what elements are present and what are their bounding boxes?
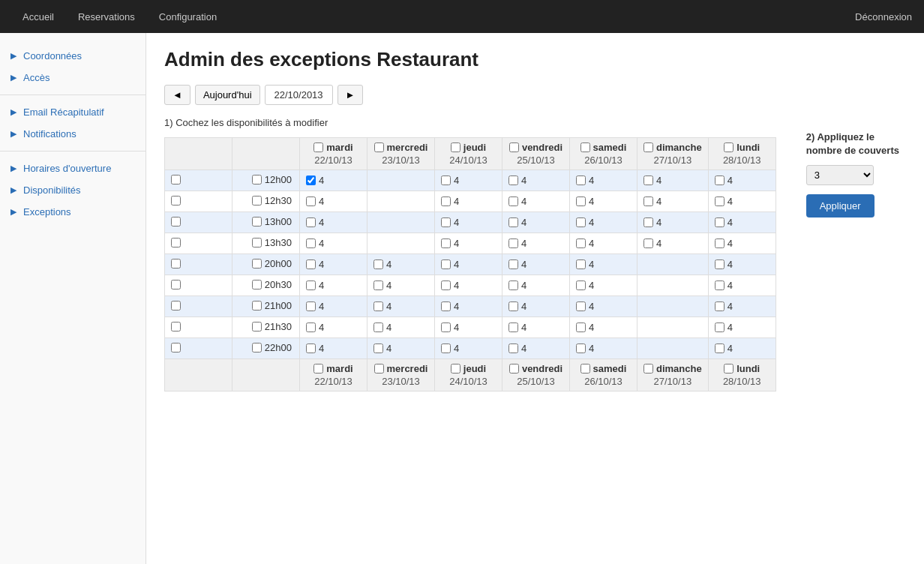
cell-check-1-4[interactable] bbox=[576, 196, 586, 206]
col-check-0[interactable] bbox=[314, 142, 323, 152]
time-check-1[interactable] bbox=[252, 196, 262, 206]
cell-check-8-6[interactable] bbox=[715, 344, 724, 353]
cell-check-6-2[interactable] bbox=[441, 302, 451, 311]
cell-check-8-4[interactable] bbox=[576, 344, 586, 353]
cell-check-1-5[interactable] bbox=[644, 196, 653, 206]
cell-check-1-0[interactable] bbox=[306, 196, 316, 206]
cell-check-1-2[interactable] bbox=[441, 196, 451, 206]
cell-check-3-3[interactable] bbox=[508, 238, 518, 248]
cell-check-5-1[interactable] bbox=[374, 280, 383, 290]
col-check-4[interactable] bbox=[580, 142, 590, 152]
cell-check-1-3[interactable] bbox=[508, 196, 518, 206]
cell-check-4-2[interactable] bbox=[441, 260, 451, 269]
cell-check-4-0[interactable] bbox=[306, 260, 316, 269]
cell-check-0-5[interactable] bbox=[644, 176, 653, 185]
cell-check-7-3[interactable] bbox=[508, 322, 518, 332]
cell-check-0-0[interactable] bbox=[306, 176, 316, 185]
col-check-3[interactable] bbox=[509, 142, 519, 152]
col-check-1[interactable] bbox=[374, 142, 384, 152]
time-check-2[interactable] bbox=[252, 217, 262, 226]
row-check-6[interactable] bbox=[171, 301, 181, 310]
cell-check-8-2[interactable] bbox=[441, 344, 451, 353]
cell-check-2-5[interactable] bbox=[644, 218, 653, 227]
cell-check-2-6[interactable] bbox=[715, 218, 724, 227]
sidebar-item-acces[interactable]: ▶ Accès bbox=[0, 67, 146, 88]
cell-check-4-3[interactable] bbox=[508, 260, 518, 269]
next-button[interactable]: ► bbox=[338, 85, 364, 105]
cell-check-5-2[interactable] bbox=[441, 280, 451, 290]
cell-check-0-2[interactable] bbox=[441, 176, 451, 185]
row-check-2[interactable] bbox=[171, 217, 181, 226]
cell-check-7-6[interactable] bbox=[715, 322, 724, 332]
cell-check-5-4[interactable] bbox=[576, 280, 586, 290]
col-check-3[interactable] bbox=[509, 364, 519, 374]
col-check-1[interactable] bbox=[374, 364, 384, 374]
col-check-2[interactable] bbox=[451, 364, 460, 374]
col-check-5[interactable] bbox=[644, 364, 653, 374]
cell-check-2-0[interactable] bbox=[306, 218, 316, 227]
time-check-6[interactable] bbox=[252, 301, 262, 310]
cell-check-0-6[interactable] bbox=[715, 176, 724, 185]
sidebar-item-notifications[interactable]: ▶ Notifications bbox=[0, 123, 146, 145]
cell-check-6-0[interactable] bbox=[306, 302, 316, 311]
time-check-8[interactable] bbox=[252, 343, 262, 352]
sidebar-item-horaires-ouverture[interactable]: ▶ Horaires d'ouverture bbox=[0, 158, 146, 179]
cell-check-0-4[interactable] bbox=[576, 176, 586, 185]
time-check-4[interactable] bbox=[252, 259, 262, 268]
cell-check-8-0[interactable] bbox=[306, 344, 316, 353]
today-button[interactable]: Aujourd'hui bbox=[195, 85, 260, 105]
row-check-7[interactable] bbox=[171, 322, 181, 332]
cell-check-6-6[interactable] bbox=[715, 302, 724, 311]
nav-deconnexion[interactable]: Déconnexion bbox=[855, 11, 912, 22]
cell-check-0-3[interactable] bbox=[508, 176, 518, 185]
cell-check-3-6[interactable] bbox=[715, 238, 724, 248]
nav-accueil[interactable]: Accueil bbox=[12, 4, 64, 30]
time-check-0[interactable] bbox=[252, 175, 262, 184]
cell-check-2-3[interactable] bbox=[508, 218, 518, 227]
col-check-2[interactable] bbox=[451, 142, 460, 152]
col-check-5[interactable] bbox=[644, 142, 653, 152]
cell-check-7-2[interactable] bbox=[441, 322, 451, 332]
time-check-3[interactable] bbox=[252, 238, 262, 248]
time-check-5[interactable] bbox=[252, 280, 262, 290]
nav-reservations[interactable]: Reservations bbox=[68, 4, 146, 30]
cell-check-7-1[interactable] bbox=[374, 322, 383, 332]
covers-dropdown[interactable]: 12345678910 bbox=[806, 165, 874, 185]
cell-check-3-0[interactable] bbox=[306, 238, 316, 248]
sidebar-item-disponibilites[interactable]: ▶ Disponibilités bbox=[0, 179, 146, 201]
cell-check-7-0[interactable] bbox=[306, 322, 316, 332]
cell-check-4-4[interactable] bbox=[576, 260, 586, 269]
sidebar-item-exceptions[interactable]: ▶ Exceptions bbox=[0, 201, 146, 223]
cell-check-5-0[interactable] bbox=[306, 280, 316, 290]
cell-check-6-4[interactable] bbox=[576, 302, 586, 311]
cell-check-4-6[interactable] bbox=[715, 260, 724, 269]
nav-configuration[interactable]: Configuration bbox=[148, 4, 227, 30]
col-check-0[interactable] bbox=[314, 364, 323, 374]
col-check-6[interactable] bbox=[724, 142, 734, 152]
row-check-4[interactable] bbox=[171, 259, 181, 268]
cell-check-5-3[interactable] bbox=[508, 280, 518, 290]
sidebar-item-coordonnees[interactable]: ▶ Coordonnées bbox=[0, 45, 146, 67]
cell-check-5-6[interactable] bbox=[715, 280, 724, 290]
cell-check-8-1[interactable] bbox=[374, 344, 383, 353]
cell-check-1-6[interactable] bbox=[715, 196, 724, 206]
sidebar-item-email-recapitulatif[interactable]: ▶ Email Récapitulatif bbox=[0, 101, 146, 123]
row-check-5[interactable] bbox=[171, 280, 181, 290]
prev-button[interactable]: ◄ bbox=[164, 85, 190, 105]
cell-check-6-3[interactable] bbox=[508, 302, 518, 311]
cell-check-3-2[interactable] bbox=[441, 238, 451, 248]
col-check-6[interactable] bbox=[724, 364, 734, 374]
row-check-1[interactable] bbox=[171, 196, 181, 206]
cell-check-4-1[interactable] bbox=[374, 260, 383, 269]
cell-check-2-4[interactable] bbox=[576, 218, 586, 227]
time-check-7[interactable] bbox=[252, 322, 262, 332]
col-check-4[interactable] bbox=[580, 364, 590, 374]
apply-button[interactable]: Appliquer bbox=[806, 194, 874, 218]
cell-check-3-4[interactable] bbox=[576, 238, 586, 248]
row-check-8[interactable] bbox=[171, 343, 181, 352]
cell-check-7-4[interactable] bbox=[576, 322, 586, 332]
cell-check-8-3[interactable] bbox=[508, 344, 518, 353]
cell-check-6-1[interactable] bbox=[374, 302, 383, 311]
row-check-3[interactable] bbox=[171, 238, 181, 248]
cell-check-3-5[interactable] bbox=[644, 238, 653, 248]
